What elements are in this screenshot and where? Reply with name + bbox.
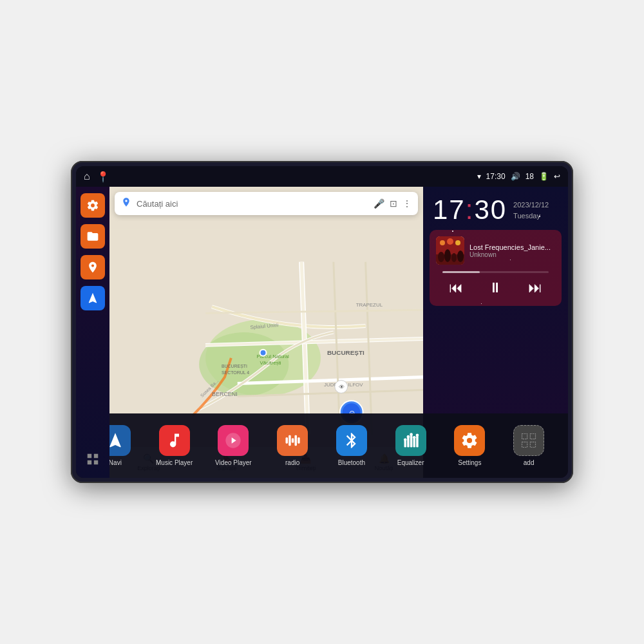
layers-icon[interactable]: ⊡ <box>390 198 397 209</box>
app-add[interactable]: add <box>507 425 551 466</box>
radio-label: radio <box>285 459 299 466</box>
clock-area: 17:30 2023/12/12 Tuesday <box>423 187 568 230</box>
album-art <box>436 236 464 265</box>
more-icon[interactable]: ⋮ <box>402 198 412 209</box>
mic-icon[interactable]: 🎤 <box>374 198 384 209</box>
music-artist: Unknown <box>469 251 555 258</box>
svg-rect-40 <box>413 439 415 448</box>
clock-day: Tuesday <box>513 211 549 222</box>
video-player-icon <box>218 425 249 456</box>
svg-rect-36 <box>298 437 300 443</box>
clock-time: 17:30 <box>433 196 507 223</box>
music-progress-bar[interactable] <box>442 271 549 273</box>
app-music-player[interactable]: Music Player <box>153 425 196 466</box>
svg-point-29 <box>447 238 453 245</box>
sidebar-folder-btn[interactable] <box>80 224 105 249</box>
equalizer-icon <box>395 425 426 456</box>
apps-grid: Navi Music Player <box>76 413 568 478</box>
radio-icon <box>277 425 308 456</box>
map-search-bar[interactable]: Căutați aici 🎤 ⊡ ⋮ <box>115 192 418 215</box>
sidebar-nav-btn[interactable] <box>80 286 105 310</box>
svg-point-46 <box>415 434 419 437</box>
svg-text:TRAPEZUL: TRAPEZUL <box>356 302 383 308</box>
home-icon[interactable]: ⌂ <box>84 171 90 182</box>
map-status-icon[interactable]: 📍 <box>97 171 109 183</box>
map-search-actions: 🎤 ⊡ ⋮ <box>374 198 412 209</box>
video-player-label: Video Player <box>215 459 252 466</box>
music-info: Lost Frequencies_Janie... Unknown <box>436 236 555 265</box>
navi-label: Navi <box>109 459 122 466</box>
clock-minutes: 30 <box>474 194 507 225</box>
svg-point-27 <box>457 251 464 262</box>
app-radio[interactable]: radio <box>270 425 314 466</box>
svg-point-25 <box>444 249 451 262</box>
music-controls: ⏮ ⏸ ⏭ <box>436 276 555 299</box>
add-label: add <box>524 459 535 466</box>
clock-date: 2023/12/12 Tuesday <box>513 200 549 221</box>
svg-point-26 <box>451 253 457 262</box>
svg-point-45 <box>413 436 416 439</box>
svg-rect-34 <box>292 439 294 443</box>
map-search-input[interactable]: Căutați aici <box>137 199 368 209</box>
device-screen: ⌂ 📍 ▾ 17:30 🔊 18 🔋 ↩ <box>76 166 568 478</box>
svg-point-28 <box>440 240 445 245</box>
svg-rect-35 <box>295 435 298 446</box>
equalizer-label: Equalizer <box>397 459 424 466</box>
svg-point-30 <box>455 240 460 245</box>
sidebar-grid-btn[interactable] <box>80 447 105 471</box>
bluetooth-label: Bluetooth <box>338 459 365 466</box>
battery-icon: 🔋 <box>539 172 549 181</box>
device-frame: ⌂ 📍 ▾ 17:30 🔊 18 🔋 ↩ <box>71 161 573 483</box>
time-display: 17:30 <box>486 172 506 181</box>
next-button[interactable]: ⏭ <box>525 276 545 299</box>
status-bar-right: ▾ 17:30 🔊 18 🔋 ↩ <box>477 172 560 181</box>
app-video-player[interactable]: Video Player <box>211 425 255 466</box>
album-art-image <box>436 236 464 265</box>
volume-icon: 🔊 <box>511 172 520 181</box>
pause-button[interactable]: ⏸ <box>485 276 506 299</box>
svg-text:BERCENI: BERCENI <box>212 391 238 397</box>
app-equalizer[interactable]: Equalizer <box>389 425 433 466</box>
svg-rect-47 <box>522 434 527 439</box>
music-text: Lost Frequencies_Janie... Unknown <box>469 243 555 258</box>
wifi-icon: ▾ <box>477 172 481 181</box>
svg-rect-50 <box>530 442 535 447</box>
music-player-label: Music Player <box>156 459 193 466</box>
svg-text:👁: 👁 <box>339 384 345 390</box>
music-progress-fill <box>442 271 480 273</box>
sidebar-settings-btn[interactable] <box>80 193 105 218</box>
svg-rect-48 <box>530 434 535 439</box>
svg-point-43 <box>406 435 410 439</box>
settings-icon <box>454 425 485 456</box>
svg-rect-49 <box>522 442 527 447</box>
clock-date-value: 2023/12/12 <box>513 200 549 211</box>
svg-point-44 <box>410 433 413 436</box>
svg-rect-32 <box>286 437 289 443</box>
add-icon <box>513 425 544 456</box>
svg-point-11 <box>260 350 267 356</box>
app-settings[interactable]: Settings <box>448 425 491 466</box>
svg-text:BUCUREȘTI: BUCUREȘTI <box>222 364 247 369</box>
main-area: Splaiul Unirii BUCUREȘTI JUDEȚUL ILFOV B… <box>76 187 568 478</box>
svg-rect-41 <box>416 436 419 448</box>
status-bar: ⌂ 📍 ▾ 17:30 🔊 18 🔋 ↩ <box>76 166 568 187</box>
left-sidebar <box>76 187 109 478</box>
bluetooth-icon <box>336 425 367 456</box>
svg-rect-38 <box>407 437 410 447</box>
app-bluetooth[interactable]: Bluetooth <box>330 425 374 466</box>
svg-text:Văcărești: Văcărești <box>260 360 281 366</box>
music-player: Lost Frequencies_Janie... Unknown ⏮ ⏸ <box>430 230 562 306</box>
settings-label: Settings <box>458 459 481 466</box>
svg-point-24 <box>438 252 444 262</box>
prev-button[interactable]: ⏮ <box>446 276 466 299</box>
music-player-icon <box>159 425 190 456</box>
google-maps-icon <box>121 197 131 210</box>
clock-hours: 17 <box>433 194 466 225</box>
battery-level: 18 <box>526 172 534 181</box>
svg-text:SECTORUL 4: SECTORUL 4 <box>222 370 249 375</box>
music-title: Lost Frequencies_Janie... <box>469 243 555 251</box>
sidebar-map-btn[interactable] <box>80 255 105 279</box>
back-icon[interactable]: ↩ <box>554 172 560 181</box>
svg-rect-37 <box>404 440 406 448</box>
svg-point-42 <box>404 439 407 442</box>
